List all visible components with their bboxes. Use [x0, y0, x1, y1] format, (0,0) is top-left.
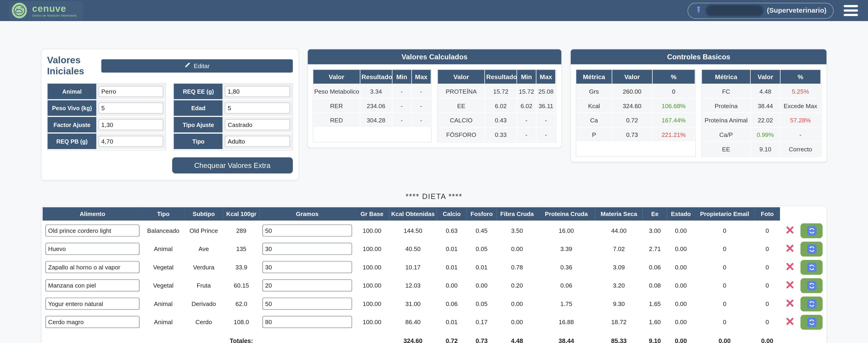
metric-name: FC — [702, 84, 751, 99]
metric-value: 38.44 — [751, 99, 780, 113]
alimento-input[interactable] — [45, 279, 140, 291]
gramos-input[interactable] — [262, 316, 352, 328]
table-cell: - — [517, 113, 537, 127]
replace-row-button[interactable] — [800, 223, 823, 238]
replace-row-button[interactable] — [800, 260, 823, 275]
dieta-cell-kcal_obt: 12.03 — [389, 282, 437, 289]
dieta-cell-materia: 9.30 — [595, 301, 643, 307]
refresh-icon — [807, 244, 816, 254]
refresh-icon — [807, 299, 816, 309]
gramos-input[interactable] — [262, 261, 352, 273]
dieta-cell-ee: 1.60 — [643, 319, 667, 325]
metric-name: EE — [702, 142, 751, 156]
total-value: 4.48 — [497, 338, 537, 343]
gramos-input[interactable] — [262, 279, 352, 291]
field-input[interactable] — [99, 86, 164, 97]
delete-row-button[interactable] — [784, 298, 796, 310]
metric-name: Grs — [577, 84, 612, 99]
replace-row-button[interactable] — [800, 278, 823, 293]
dieta-cell-fibra: 0.78 — [497, 264, 537, 270]
delete-row-button[interactable] — [784, 316, 796, 328]
table-cell: 0.43 — [485, 113, 517, 127]
metric-value: 260.00 — [612, 84, 653, 99]
alimento-input[interactable] — [45, 316, 140, 328]
column-header: Métrica — [577, 70, 612, 84]
delete-row-button[interactable] — [784, 279, 796, 291]
alimento-input[interactable] — [45, 298, 140, 310]
dieta-cell-subtipo: Old Prince — [184, 227, 223, 234]
field-input[interactable] — [225, 119, 290, 130]
column-header: Resultado — [485, 70, 517, 84]
dieta-column-header: Materia Seca — [595, 207, 643, 221]
table-row: RER234.06-- — [313, 99, 431, 113]
replace-row-button[interactable] — [800, 241, 823, 256]
table-cell: - — [536, 127, 556, 142]
replace-row-button[interactable] — [800, 296, 823, 311]
user-role-label: (Superveterinario) — [767, 7, 827, 15]
replace-row-button[interactable] — [800, 314, 823, 330]
table-cell: CALCIO — [438, 113, 485, 127]
table-cell: EE — [438, 99, 485, 113]
gramos-input[interactable] — [262, 298, 352, 310]
chequear-valores-extra-button[interactable]: Chequear Valores Extra — [172, 158, 292, 173]
delete-row-button[interactable] — [784, 261, 796, 273]
table-row: Ca/P0.99%- — [702, 127, 821, 142]
dieta-cell-subtipo: Verdura — [184, 264, 223, 270]
dieta-cell-materia: 3.20 — [595, 282, 643, 289]
field-row: Factor Ajuste — [48, 117, 166, 134]
table-row: Kcal324.60106.68% — [577, 99, 695, 113]
dieta-cell-email: 0 — [695, 282, 754, 289]
metric-name: Proteína — [702, 99, 751, 113]
x-icon — [785, 298, 795, 309]
refresh-icon — [807, 317, 816, 327]
total-value: 0.00 — [754, 338, 780, 343]
dieta-column-header: Kcal Obtenidas — [389, 207, 437, 221]
controles-basicos-title: Controles Basicos — [571, 49, 827, 64]
mini-table-header: MétricaValor% — [702, 70, 821, 84]
gramos-input[interactable] — [262, 243, 352, 255]
field-input[interactable] — [99, 103, 164, 114]
alimento-input[interactable] — [45, 261, 140, 273]
table-row: EE6.026.0236.11 — [438, 99, 556, 113]
field-row: REQ EE (g) — [174, 84, 292, 100]
vi-fields-right: REQ EE (g)EdadTipo AjusteTipo — [174, 83, 293, 151]
hamburger-menu-icon[interactable] — [842, 4, 859, 17]
metric-percent: 57.28% — [780, 113, 821, 127]
field-input[interactable] — [225, 103, 290, 114]
dieta-cell-foto: 0 — [754, 227, 780, 234]
field-input[interactable] — [99, 136, 164, 147]
cenuve-logo-icon — [11, 2, 28, 19]
delete-row-button[interactable] — [784, 225, 796, 237]
brand[interactable]: cenuve Centro de Nutrición Veterinaria — [9, 1, 83, 20]
table-cell: 304.28 — [360, 113, 392, 127]
gramos-input[interactable] — [262, 225, 352, 237]
dieta-row: AnimalAve135100.0040.500.010.050.003.397… — [42, 240, 825, 257]
dieta-cell-tipo: Animal — [142, 319, 184, 325]
alimento-input[interactable] — [45, 243, 140, 255]
user-badge[interactable]: (Superveterinario) — [688, 3, 834, 19]
dieta-cell-foto: 0 — [754, 319, 780, 325]
field-value-wrap — [96, 117, 166, 132]
dieta-cell-fosforo: 0.05 — [467, 301, 497, 307]
field-input[interactable] — [225, 86, 290, 97]
metric-percent: 106.68% — [652, 99, 695, 113]
dieta-row: BalanceadoOld Prince289100.00144.500.630… — [42, 222, 825, 239]
dieta-cell-kcal_obt: 10.17 — [389, 264, 437, 270]
dieta-column-header: Alimento — [42, 207, 142, 221]
dieta-row: AnimalDerivado62.0100.0031.000.060.050.0… — [42, 295, 825, 312]
dieta-cell-ee: 0.08 — [643, 282, 667, 289]
table-cell: FÓSFORO — [438, 127, 485, 142]
dieta-cell-proteina: 1.75 — [537, 301, 595, 307]
field-value-wrap — [223, 134, 292, 149]
field-input[interactable] — [225, 136, 290, 147]
field-label: REQ EE (g) — [174, 84, 223, 99]
dieta-cell-ee: 3.00 — [643, 227, 667, 234]
editar-button[interactable]: Editar — [101, 59, 293, 73]
dieta-cell-proteina: 0.36 — [537, 264, 595, 270]
field-input[interactable] — [99, 119, 164, 130]
dieta-cell-estado: 0.00 — [667, 282, 695, 289]
alimento-input[interactable] — [45, 225, 140, 237]
field-value-wrap — [96, 134, 166, 149]
delete-row-button[interactable] — [784, 243, 796, 255]
refresh-icon — [807, 281, 816, 290]
